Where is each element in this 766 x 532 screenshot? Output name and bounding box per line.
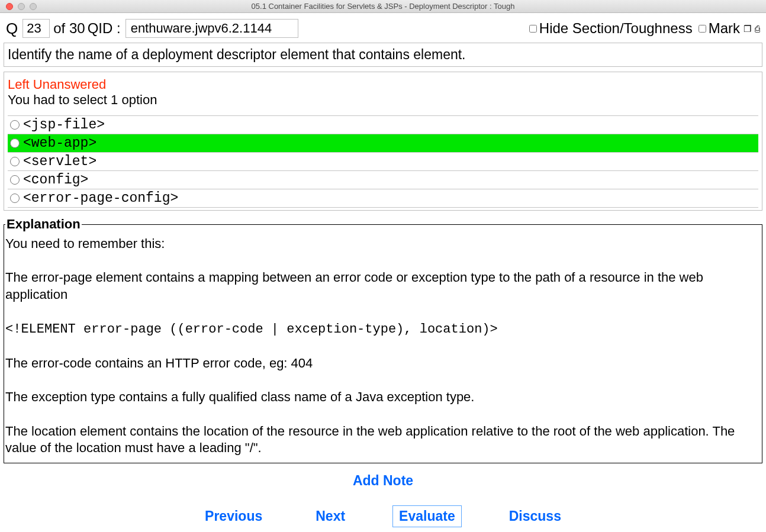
- window-controls: [0, 3, 37, 10]
- option-radio[interactable]: [10, 175, 20, 185]
- option-row[interactable]: <jsp-file>: [8, 115, 758, 134]
- question-label: Q: [6, 20, 18, 38]
- popout-icon[interactable]: ❐: [744, 24, 751, 33]
- mark-label: Mark: [709, 20, 740, 37]
- option-text: <servlet>: [23, 154, 96, 169]
- close-window-icon[interactable]: [6, 3, 13, 10]
- explanation-body: You need to remember this: The error-pag…: [5, 236, 761, 457]
- previous-button[interactable]: Previous: [199, 506, 268, 527]
- hide-section-label: Hide Section/Toughness: [539, 20, 693, 37]
- question-number-input[interactable]: [22, 19, 50, 38]
- minimize-window-icon[interactable]: [18, 3, 25, 10]
- hide-section-checkbox[interactable]: [529, 25, 537, 33]
- option-radio[interactable]: [10, 120, 20, 130]
- option-radio[interactable]: [10, 138, 20, 148]
- qid-label: QID :: [88, 20, 121, 37]
- option-row[interactable]: <servlet>: [8, 152, 758, 171]
- option-text: <jsp-file>: [23, 117, 105, 133]
- question-text: Identify the name of a deployment descri…: [8, 47, 466, 62]
- mark-checkbox[interactable]: [699, 25, 706, 33]
- evaluate-button[interactable]: Evaluate: [392, 505, 462, 527]
- qid-input[interactable]: [125, 19, 298, 38]
- add-note-link[interactable]: Add Note: [353, 473, 413, 488]
- maximize-window-icon[interactable]: [30, 3, 37, 10]
- nav-row: Previous Next Evaluate Discuss: [0, 505, 766, 527]
- question-text-box: Identify the name of a deployment descri…: [4, 43, 762, 67]
- mark-toggle[interactable]: Mark: [699, 20, 740, 37]
- window-titlebar: 05.1 Container Facilities for Servlets &…: [0, 0, 766, 13]
- option-text: <web-app>: [23, 136, 96, 151]
- answer-box: Left Unanswered You had to select 1 opti…: [4, 72, 762, 211]
- option-row[interactable]: <error-page-config>: [8, 189, 758, 208]
- hide-section-toggle[interactable]: Hide Section/Toughness: [529, 20, 693, 37]
- next-button[interactable]: Next: [310, 506, 351, 527]
- add-note-row: Add Note: [0, 473, 766, 489]
- answer-status: Left Unanswered: [8, 77, 758, 92]
- option-radio[interactable]: [10, 194, 20, 203]
- option-row[interactable]: <config>: [8, 170, 758, 189]
- discuss-button[interactable]: Discuss: [503, 506, 567, 527]
- option-text: <error-page-config>: [23, 191, 178, 206]
- option-radio[interactable]: [10, 157, 20, 166]
- option-row[interactable]: <web-app>: [8, 134, 758, 153]
- option-text: <config>: [23, 172, 88, 188]
- explanation-box: Explanation You need to remember this: T…: [4, 217, 762, 463]
- print-icon[interactable]: ⎙: [755, 24, 760, 33]
- answer-hint: You had to select 1 option: [8, 92, 758, 108]
- question-total-label: of 30: [53, 20, 85, 37]
- window-title: 05.1 Container Facilities for Servlets &…: [0, 2, 766, 11]
- options-list: <jsp-file><web-app><servlet><config><err…: [8, 115, 758, 208]
- explanation-legend: Explanation: [5, 217, 82, 232]
- toolbar: Q of 30 QID : Hide Section/Toughness Mar…: [0, 13, 766, 43]
